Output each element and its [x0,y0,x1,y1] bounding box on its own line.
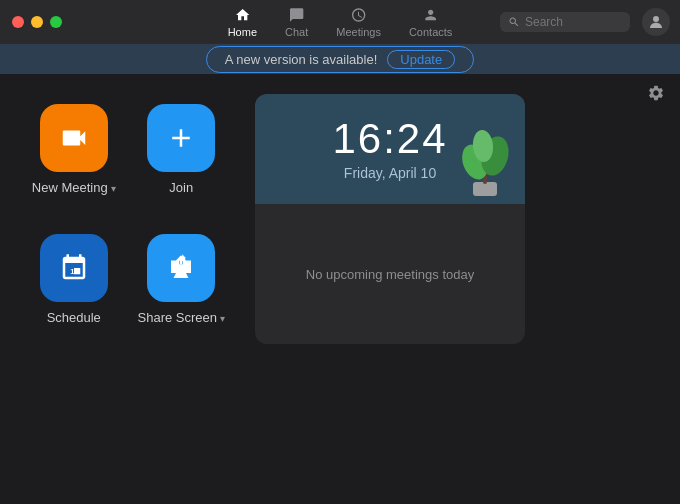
camera-icon [59,123,89,153]
clock-icon [350,6,368,24]
tab-chat-label: Chat [285,26,308,38]
share-screen-icon [166,253,196,283]
plus-icon [166,123,196,153]
search-icon [508,16,520,28]
join-item[interactable]: Join [138,104,226,214]
update-banner: A new version is available! Update [0,44,680,74]
share-screen-label: Share Screen ▾ [138,310,226,325]
share-screen-button[interactable] [147,234,215,302]
tab-chat[interactable]: Chat [271,2,322,42]
schedule-button[interactable]: 19 [40,234,108,302]
new-meeting-chevron: ▾ [111,183,116,194]
svg-rect-2 [473,182,497,196]
close-button[interactable] [12,16,24,28]
window-controls [0,16,62,28]
plant-decoration [455,124,515,204]
chat-icon [288,6,306,24]
join-label: Join [169,180,193,195]
avatar-button[interactable] [642,8,670,36]
home-icon [233,6,251,24]
share-screen-item[interactable]: Share Screen ▾ [138,234,226,344]
right-panel: 16:24 Friday, April 10 No upcoming meeti… [255,94,525,344]
schedule-label: Schedule [47,310,101,325]
new-meeting-item[interactable]: New Meeting ▾ [30,104,118,214]
user-avatar-icon [647,13,665,31]
calendar-header: 16:24 Friday, April 10 [255,94,525,204]
svg-text:19: 19 [70,267,78,276]
tab-meetings[interactable]: Meetings [322,2,395,42]
no-meetings-text: No upcoming meetings today [306,267,474,282]
nav-tabs: Home Chat Meetings [214,2,467,42]
search-bar[interactable] [500,12,630,32]
join-button[interactable] [147,104,215,172]
minimize-button[interactable] [31,16,43,28]
titlebar: Home Chat Meetings [0,0,680,44]
clock-date: Friday, April 10 [344,165,436,181]
tab-home[interactable]: Home [214,2,271,42]
banner-oval: A new version is available! Update [206,46,474,73]
banner-text: A new version is available! [225,52,377,67]
contacts-icon [422,6,440,24]
tab-meetings-label: Meetings [336,26,381,38]
schedule-item[interactable]: 19 Schedule [30,234,118,344]
svg-point-0 [653,16,659,22]
tab-home-label: Home [228,26,257,38]
tab-contacts-label: Contacts [409,26,452,38]
new-meeting-label: New Meeting ▾ [32,180,116,195]
share-screen-chevron: ▾ [220,313,225,324]
calendar-icon: 19 [59,253,89,283]
clock-time: 16:24 [332,118,447,160]
tab-contacts[interactable]: Contacts [395,2,466,42]
update-button[interactable]: Update [387,50,455,69]
maximize-button[interactable] [50,16,62,28]
plant-svg [455,124,515,204]
search-input[interactable] [525,15,615,29]
new-meeting-button[interactable] [40,104,108,172]
main-content: New Meeting ▾ Join 19 [0,74,680,364]
meetings-body: No upcoming meetings today [255,204,525,344]
action-grid: New Meeting ▾ Join 19 [30,94,225,344]
